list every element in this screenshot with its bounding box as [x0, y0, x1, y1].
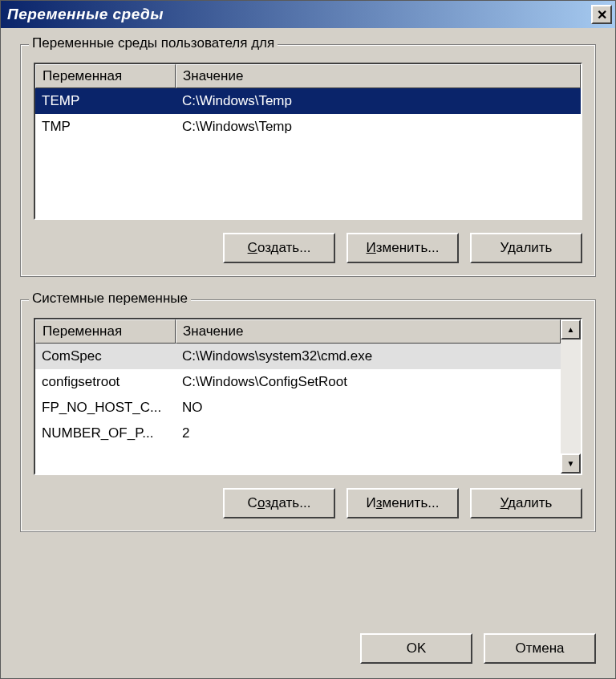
- ok-button[interactable]: OK: [360, 633, 472, 664]
- window-title: Переменные среды: [7, 6, 164, 23]
- list-body: TEMP C:\Windows\Temp TMP C:\Windows\Temp: [35, 88, 581, 140]
- user-group-label: Переменные среды пользователя для: [29, 35, 278, 51]
- dialog-footer: OK Отмена: [20, 625, 596, 664]
- cell-value: NO: [176, 400, 561, 416]
- create-button[interactable]: Создать...: [223, 233, 335, 263]
- scroll-down-button[interactable]: ▼: [561, 453, 581, 474]
- environment-variables-dialog: Переменные среды ✕ Переменные среды поль…: [0, 0, 616, 679]
- user-buttons: Создать... Изменить... Удалить: [34, 233, 582, 263]
- close-icon: ✕: [597, 7, 607, 22]
- create-button[interactable]: Создать...: [223, 488, 335, 518]
- table-row[interactable]: configsetroot C:\Windows\ConfigSetRoot: [35, 369, 561, 395]
- user-variables-group: Переменные среды пользователя для Переме…: [20, 44, 596, 277]
- scroll-track[interactable]: [561, 340, 581, 453]
- cell-variable: FP_NO_HOST_C...: [35, 400, 176, 416]
- edit-button[interactable]: Изменить...: [346, 488, 459, 518]
- table-row[interactable]: NUMBER_OF_P... 2: [35, 421, 561, 446]
- scrollbar[interactable]: ▲ ▼: [561, 319, 581, 474]
- table-row[interactable]: TMP C:\Windows\Temp: [35, 114, 581, 140]
- cell-value: C:\Windows\Temp: [176, 93, 581, 109]
- table-row[interactable]: TEMP C:\Windows\Temp: [35, 88, 581, 114]
- close-button[interactable]: ✕: [591, 5, 612, 24]
- table-row[interactable]: FP_NO_HOST_C... NO: [35, 395, 561, 421]
- cell-value: C:\Windows\Temp: [176, 119, 581, 135]
- delete-button[interactable]: Удалить: [470, 233, 582, 263]
- column-header-variable[interactable]: Переменная: [35, 64, 176, 88]
- chevron-up-icon: ▲: [567, 325, 575, 334]
- chevron-down-icon: ▼: [567, 459, 575, 468]
- user-variables-list[interactable]: Переменная Значение TEMP C:\Windows\Temp…: [34, 63, 582, 220]
- edit-button[interactable]: Изменить...: [346, 233, 459, 263]
- system-variables-list[interactable]: Переменная Значение ComSpec C:\Windows\s…: [34, 318, 582, 475]
- list-header: Переменная Значение: [35, 64, 581, 88]
- cell-variable: NUMBER_OF_P...: [35, 425, 176, 441]
- system-buttons: Создать... Изменить... Удалить: [34, 488, 582, 518]
- cell-variable: configsetroot: [35, 374, 176, 390]
- delete-button[interactable]: Удалить: [470, 488, 582, 518]
- cell-variable: ComSpec: [35, 348, 176, 364]
- list-body: ComSpec C:\Windows\system32\cmd.exe conf…: [35, 344, 561, 446]
- cell-value: C:\Windows\system32\cmd.exe: [176, 348, 561, 364]
- cell-value: 2: [176, 425, 561, 441]
- system-variables-group: Системные переменные Переменная Значение…: [20, 299, 596, 532]
- cancel-button[interactable]: Отмена: [484, 633, 596, 664]
- column-header-value[interactable]: Значение: [176, 64, 581, 88]
- titlebar: Переменные среды ✕: [1, 1, 615, 28]
- cell-value: C:\Windows\ConfigSetRoot: [176, 374, 561, 390]
- column-header-value[interactable]: Значение: [176, 319, 561, 344]
- client-area: Переменные среды пользователя для Переме…: [1, 28, 615, 678]
- cell-variable: TEMP: [35, 93, 176, 109]
- cell-variable: TMP: [35, 119, 176, 135]
- system-group-label: Системные переменные: [29, 291, 191, 307]
- column-header-variable[interactable]: Переменная: [35, 319, 176, 344]
- scroll-up-button[interactable]: ▲: [561, 319, 581, 340]
- table-row[interactable]: ComSpec C:\Windows\system32\cmd.exe: [35, 344, 561, 369]
- list-header: Переменная Значение: [35, 319, 561, 344]
